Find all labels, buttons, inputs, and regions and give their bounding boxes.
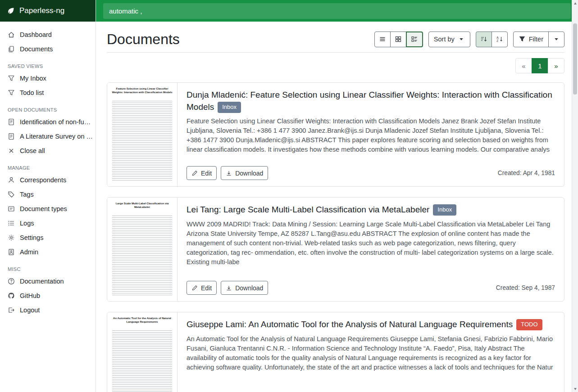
sidebar-item-logs[interactable]: Logs — [0, 216, 96, 230]
file-text-icon — [8, 133, 15, 140]
documents-icon — [8, 45, 15, 53]
thumbnail-title: Feature Selection using Linear Classifie… — [112, 87, 173, 94]
sidebar-item-open-document-1[interactable]: Identification of non-fu… — [0, 115, 96, 129]
gear-icon — [8, 234, 15, 241]
filter-split-button: Filter — [513, 32, 564, 47]
pagination-page-1[interactable]: 1 — [532, 58, 548, 73]
funnel-icon — [8, 75, 15, 82]
sidebar-item-documentation[interactable]: Documentation — [0, 274, 96, 288]
document-card-body: Dunja Mladenić: Feature Selection using … — [177, 83, 564, 186]
sidebar-item-open-document-2[interactable]: A Literature Survey on … — [0, 129, 96, 144]
nav-label: A Literature Survey on … — [20, 133, 93, 140]
pagination-row: « 1 » — [107, 58, 564, 73]
sidebar-item-dashboard[interactable]: Dashboard — [0, 27, 96, 42]
filter-label: Filter — [529, 36, 543, 43]
sidebar-item-close-all[interactable]: Close all — [0, 144, 96, 158]
edit-label: Edit — [201, 284, 212, 292]
app-brand[interactable]: Paperless-ng — [0, 0, 96, 22]
sort-amount-down-icon — [480, 36, 487, 43]
pagination-prev-button[interactable]: « — [515, 58, 532, 73]
global-search-input[interactable] — [103, 3, 571, 19]
document-thumbnail[interactable]: An Automatic Tool for the Analysis of Na… — [107, 312, 177, 392]
list-view-icon — [379, 36, 386, 43]
top-navbar — [96, 0, 578, 22]
funnel-fill-icon — [519, 36, 526, 43]
pagination-next-button[interactable]: » — [548, 58, 564, 73]
document-actions: Edit Download — [187, 281, 268, 295]
documents-page: Documents Sort by — [96, 22, 578, 392]
document-thumbnail[interactable]: Large Scale Multi-Label Classification v… — [107, 198, 177, 301]
sidebar-item-todo-list[interactable]: Todo list — [0, 86, 96, 100]
edit-button[interactable]: Edit — [187, 166, 217, 180]
nav-label: My Inbox — [20, 75, 46, 82]
pencil-icon — [191, 285, 198, 291]
main-area: Documents Sort by — [96, 0, 578, 392]
filter-button[interactable]: Filter — [513, 32, 549, 47]
nav-label: Tags — [20, 191, 34, 198]
document-excerpt: WWW 2009 MADRID! Track: Data Mining / Se… — [187, 220, 555, 267]
document-title: Giuseppe Lami: An Automatic Tool for the… — [187, 319, 555, 330]
sidebar-item-my-inbox[interactable]: My Inbox — [0, 71, 96, 86]
document-title-link[interactable]: Dunja Mladenić: Feature Selection using … — [187, 90, 552, 111]
sort-alphabetical-button[interactable] — [492, 32, 508, 47]
paperless-logo-icon — [7, 7, 15, 15]
app-window: Paperless-ng Dashboard Documents SAVED V… — [0, 0, 578, 392]
document-thumbnail[interactable]: Feature Selection using Linear Classifie… — [107, 83, 177, 186]
details-view-icon — [411, 36, 418, 43]
page-title: Documents — [107, 31, 180, 48]
download-icon — [226, 170, 232, 176]
tag-badge[interactable]: Inbox — [218, 102, 241, 113]
sidebar-item-tags[interactable]: Tags — [0, 187, 96, 202]
tag-badge[interactable]: Inbox — [433, 204, 456, 216]
nav-label: Identification of non-fu… — [20, 118, 91, 126]
document-card-footer: Edit Download Created: Apr 4, 1981 — [187, 166, 555, 180]
sidebar-item-settings[interactable]: Settings — [0, 230, 96, 245]
tag-icon — [8, 191, 15, 198]
sort-by-label: Sort by — [434, 36, 455, 43]
nav-label: Documents — [20, 45, 53, 53]
page-header: Documents Sort by — [107, 31, 564, 53]
document-title-link[interactable]: Giuseppe Lami: An Automatic Tool for the… — [187, 320, 513, 329]
nav-label: GitHub — [20, 292, 40, 299]
document-title-link[interactable]: Lei Tang: Large Scale Multi-Label Classi… — [187, 205, 429, 214]
view-list-button[interactable] — [374, 32, 391, 47]
sidebar-item-documents[interactable]: Documents — [0, 42, 96, 56]
document-card: An Automatic Tool for the Analysis of Na… — [107, 312, 564, 392]
nav-label: Settings — [20, 234, 43, 241]
download-button[interactable]: Download — [221, 281, 268, 295]
view-grid-button[interactable] — [390, 32, 406, 47]
tag-badge[interactable]: TODO — [516, 319, 542, 330]
scroll-down-arrow-icon[interactable] — [572, 386, 578, 392]
scroll-up-arrow-icon[interactable] — [572, 0, 578, 6]
vertical-scrollbar[interactable] — [572, 0, 578, 392]
caret-down-icon — [553, 36, 560, 43]
sidebar-item-correspondents[interactable]: Correspondents — [0, 173, 96, 187]
nav-label: Close all — [20, 147, 45, 154]
pagination: « 1 » — [515, 58, 564, 73]
question-circle-icon — [8, 278, 15, 285]
download-button[interactable]: Download — [221, 166, 268, 180]
document-card: Feature Selection using Linear Classifie… — [107, 82, 564, 187]
file-text-icon — [8, 118, 15, 126]
thumbnail-title: Large Scale Multi-Label Classification v… — [112, 202, 173, 209]
sidebar-item-logout[interactable]: Logout — [0, 303, 96, 317]
download-label: Download — [235, 170, 263, 177]
thumbnail-preview-lines — [112, 216, 172, 296]
document-actions: Edit Download — [187, 166, 268, 180]
filter-dropdown-toggle[interactable] — [548, 32, 564, 47]
grid-view-icon — [395, 36, 402, 43]
person-badge-icon — [8, 248, 15, 256]
nav-label: Documentation — [20, 278, 64, 285]
sidebar-item-document-types[interactable]: Document types — [0, 202, 96, 216]
nav-label: Logs — [20, 220, 34, 227]
sort-descending-button[interactable] — [476, 32, 492, 47]
sidebar-item-github[interactable]: GitHub — [0, 288, 96, 303]
view-details-button[interactable] — [406, 32, 423, 47]
nav-label: Correspondents — [20, 176, 66, 184]
edit-button[interactable]: Edit — [187, 281, 217, 295]
nav-label: Dashboard — [20, 31, 52, 38]
scrollbar-thumb[interactable] — [573, 23, 577, 95]
sort-by-button[interactable]: Sort by — [428, 32, 470, 47]
sidebar-item-admin[interactable]: Admin — [0, 245, 96, 259]
nav-label: Logout — [20, 306, 40, 314]
